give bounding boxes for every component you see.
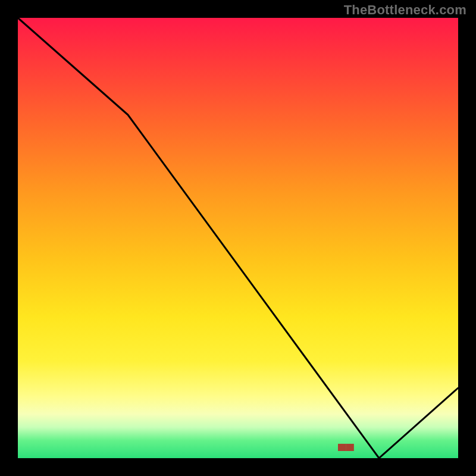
chart-frame: TheBottleneck.com ████ [0,0,476,476]
attribution-label: TheBottleneck.com [344,2,466,18]
series-curve [18,18,458,458]
line-chart-svg [18,18,458,458]
optimal-marker-label: ████ [338,444,353,450]
plot-area: ████ [18,18,458,458]
